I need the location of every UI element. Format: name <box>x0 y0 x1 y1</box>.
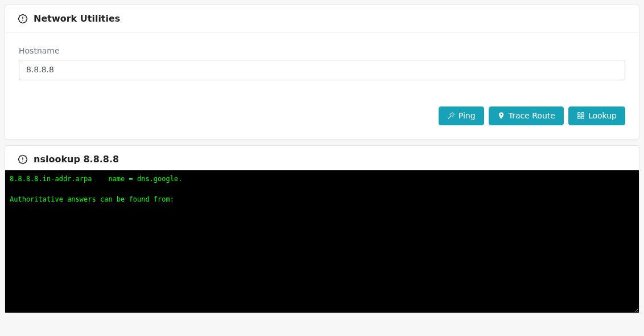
hostname-input[interactable] <box>19 60 625 80</box>
qr-icon <box>577 112 585 120</box>
trace-route-button[interactable]: Trace Route <box>489 106 564 126</box>
svg-rect-3 <box>581 113 584 115</box>
map-pin-icon <box>497 112 505 120</box>
svg-rect-5 <box>581 117 584 119</box>
card-header: Network Utilities <box>5 5 639 32</box>
card-body: Hostname Ping Trace R <box>5 32 639 139</box>
result-card: nslookup 8.8.8.8 <box>5 145 639 313</box>
wand-icon <box>447 112 455 120</box>
lookup-button[interactable]: Lookup <box>568 106 625 126</box>
trace-route-button-label: Trace Route <box>509 110 555 122</box>
ping-button[interactable]: Ping <box>439 106 484 126</box>
network-utilities-card: Network Utilities Hostname Ping <box>5 5 639 140</box>
button-row: Ping Trace Route <box>19 106 625 126</box>
terminal-output[interactable] <box>5 170 639 313</box>
network-icon <box>18 14 28 24</box>
card-title: Network Utilities <box>34 13 120 24</box>
svg-rect-2 <box>578 113 580 115</box>
svg-rect-4 <box>578 117 580 119</box>
terminal-icon <box>18 154 28 165</box>
ping-button-label: Ping <box>459 110 476 122</box>
hostname-label: Hostname <box>19 46 625 55</box>
lookup-button-label: Lookup <box>588 110 617 122</box>
result-title: nslookup 8.8.8.8 <box>34 154 119 165</box>
result-header: nslookup 8.8.8.8 <box>5 146 639 170</box>
